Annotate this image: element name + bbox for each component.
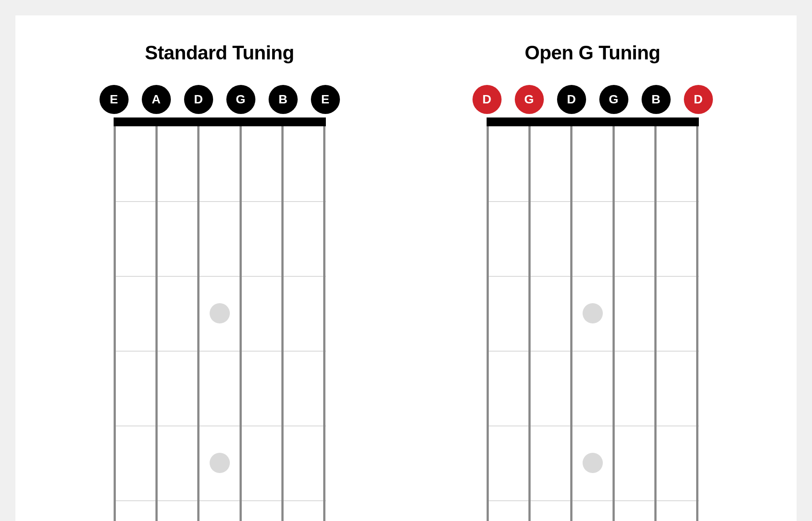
open-string-notes: E A D G B E bbox=[100, 85, 340, 114]
strings bbox=[114, 126, 326, 521]
string-note-3: D bbox=[557, 85, 586, 114]
string-line bbox=[240, 126, 242, 521]
tuning-title: Standard Tuning bbox=[145, 42, 294, 64]
string-note-5: B bbox=[642, 85, 671, 114]
string-line bbox=[654, 126, 657, 521]
fretboard bbox=[100, 117, 340, 521]
string-note-2: A bbox=[142, 85, 171, 114]
string-note-1: E bbox=[100, 85, 129, 114]
string-note-5: B bbox=[269, 85, 298, 114]
string-note-6: E bbox=[311, 85, 340, 114]
tuning-title: Open G Tuning bbox=[525, 42, 661, 64]
string-line bbox=[696, 126, 698, 521]
strings bbox=[487, 126, 699, 521]
string-note-6: D bbox=[684, 85, 713, 114]
string-note-4: G bbox=[599, 85, 628, 114]
tuning-comparison-card: Standard Tuning E A D G B E bbox=[15, 15, 797, 521]
string-line bbox=[613, 126, 615, 521]
string-line bbox=[114, 126, 116, 521]
tuning-diagram-standard: Standard Tuning E A D G B E bbox=[100, 42, 340, 521]
tuning-diagram-open-g: Open G Tuning D G D G B D bbox=[472, 42, 713, 521]
string-line bbox=[528, 126, 531, 521]
open-string-notes: D G D G B D bbox=[472, 85, 713, 114]
string-line bbox=[323, 126, 325, 521]
string-note-1: D bbox=[472, 85, 502, 114]
string-line bbox=[570, 126, 572, 521]
string-line bbox=[155, 126, 158, 521]
string-note-2: G bbox=[515, 85, 544, 114]
nut bbox=[487, 117, 699, 126]
fretboard bbox=[472, 117, 713, 521]
string-line bbox=[281, 126, 284, 521]
string-line bbox=[197, 126, 199, 521]
string-note-4: G bbox=[226, 85, 255, 114]
string-note-3: D bbox=[184, 85, 213, 114]
string-line bbox=[487, 126, 489, 521]
nut bbox=[114, 117, 326, 126]
